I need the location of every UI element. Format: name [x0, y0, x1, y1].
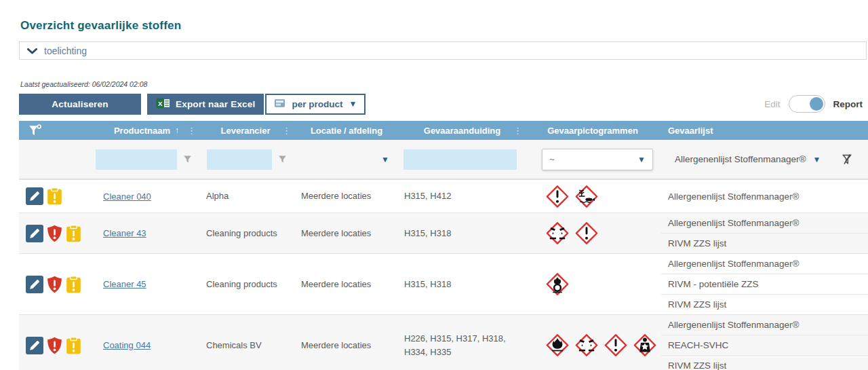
gevaarlijst-filter-value[interactable]: Allergenenlijst Stoffenmanager®	[675, 154, 806, 164]
pictograms-cell	[524, 254, 661, 314]
edit-label: Edit	[764, 99, 780, 109]
row-status-icons	[19, 213, 95, 253]
last-updated-text: Laatst geactualiseerd: 06/02/2024 02:08	[20, 80, 868, 88]
toggle-knob	[810, 97, 823, 111]
ghs-exclamation-icon	[603, 333, 629, 357]
location-cell: Meerdere locaties	[293, 254, 400, 314]
gevaarlijst-item: Allergenenlijst Stoffenmanager®	[661, 315, 868, 335]
ghs-environment-icon	[574, 185, 599, 208]
column-label-productnaam: Productnaam	[114, 126, 170, 136]
row-status-icons	[19, 254, 95, 314]
column-header-gevaarpictogrammen[interactable]: Gevaarpictogrammen	[524, 121, 661, 140]
edit-pencil-icon[interactable]	[26, 225, 43, 242]
column-header-gevaarlijst[interactable]: Gevaarlijst	[661, 121, 868, 140]
chevron-down-icon	[27, 45, 37, 56]
clear-filter-icon[interactable]	[840, 153, 853, 165]
clipboard-warning-icon[interactable]	[66, 225, 81, 242]
gevaarlijst-item: RIVM ZZS lijst	[661, 355, 868, 370]
locatie-filter-dropdown[interactable]: ▼	[293, 140, 400, 179]
chevron-down-icon: ▼	[637, 155, 646, 164]
pictogram-filter-value: ~	[549, 154, 555, 164]
table-body: Cleaner 040AlphaMeerdere locatiesH315, H…	[19, 179, 868, 370]
filter-funnel-icon[interactable]	[278, 155, 287, 164]
product-link[interactable]: Cleaner 43	[103, 228, 146, 238]
location-cell: Meerdere locaties	[293, 180, 400, 212]
pictogram-filter-cell: ~ ▼	[524, 140, 661, 179]
column-label-leverancier: Leverancier	[221, 126, 271, 136]
hazard-lists-cell: Allergenenlijst Stoffenmanager®	[661, 180, 868, 212]
hazardous-substances-overview: Overzicht gevaarlijke stoffen toelichtin…	[0, 0, 868, 370]
column-menu-icon[interactable]: ⋮	[187, 126, 196, 136]
toelichting-toggle[interactable]: toelichting	[19, 41, 867, 60]
column-header-leverancier[interactable]: Leverancier ⋮	[198, 121, 293, 140]
report-type-icon	[274, 98, 285, 110]
hazard-codes-cell: H315, H412	[400, 180, 524, 212]
ghs-oxidising-icon	[545, 272, 570, 296]
row-status-icons	[19, 180, 95, 212]
risk-warning-shield-icon[interactable]	[47, 337, 62, 354]
location-cell: Meerdere locaties	[293, 213, 400, 253]
export-excel-button[interactable]: X Export naar Excel	[147, 94, 264, 115]
filter-row: ▼ ~ ▼ Allergenenlijst Stoffenmanager® ▼	[19, 140, 868, 179]
export-excel-label: Export naar Excel	[176, 99, 255, 109]
hazard-lists-cell: Allergenenlijst Stoffenmanager®RIVM - po…	[661, 254, 868, 314]
ghs-corrosion-icon	[545, 221, 570, 245]
gevaarlijst-item: Allergenenlijst Stoffenmanager®	[661, 254, 868, 274]
column-header-productnaam[interactable]: Productnaam ↑ ⋮	[95, 121, 198, 140]
supplier-cell: Chemicals BV	[198, 315, 293, 370]
clipboard-warning-icon[interactable]	[47, 187, 62, 205]
gevaarlijst-filter-cell: Allergenenlijst Stoffenmanager® ▼	[661, 140, 868, 179]
chevron-down-icon: ▼	[349, 100, 357, 108]
substances-table: Productnaam ↑ ⋮ Leverancier ⋮ Locatie / …	[19, 121, 868, 370]
clipboard-warning-icon[interactable]	[66, 276, 81, 293]
product-link[interactable]: Cleaner 040	[103, 191, 151, 202]
column-header-gevaaraanduiding[interactable]: Gevaaraanduiding ⋮	[400, 121, 524, 140]
location-cell: Meerdere locaties	[293, 315, 400, 370]
leverancier-filter-cell	[198, 140, 293, 179]
pictograms-cell	[524, 180, 661, 212]
ghs-flammable-icon	[545, 333, 570, 357]
excel-icon: X	[156, 97, 170, 111]
gevaaraanduiding-filter-input[interactable]	[403, 149, 517, 170]
column-menu-icon[interactable]: ⋮	[513, 126, 522, 136]
gevaarlijst-item: RIVM - potentiële ZZS	[661, 274, 868, 294]
table-row: Cleaner 45Cleaning productsMeerdere loca…	[19, 253, 868, 314]
supplier-cell: Alpha	[198, 180, 293, 212]
hazard-lists-cell: Allergenenlijst Stoffenmanager®RIVM ZZS …	[661, 213, 868, 253]
chevron-down-icon[interactable]: ▼	[813, 155, 821, 164]
productnaam-filter-cell	[95, 140, 198, 179]
leverancier-filter-input[interactable]	[207, 149, 272, 170]
pictogram-filter-dropdown[interactable]: ~ ▼	[542, 149, 653, 170]
gevaarlijst-item: RIVM ZZS lijst	[661, 294, 868, 314]
ghs-corrosion-icon	[574, 333, 599, 357]
column-label-gevaarpictogrammen: Gevaarpictogrammen	[547, 126, 638, 136]
table-header-row: Productnaam ↑ ⋮ Leverancier ⋮ Locatie / …	[19, 121, 868, 140]
actualiseren-button[interactable]: Actualiseren	[19, 94, 141, 115]
gevaaraanduiding-filter-cell	[400, 140, 524, 179]
hazard-codes-cell: H226, H315, H317, H318, H334, H335	[400, 315, 524, 370]
supplier-cell: Cleaning products	[198, 213, 293, 253]
ghs-health-hazard-icon	[632, 333, 658, 357]
risk-warning-shield-icon[interactable]	[47, 225, 62, 242]
column-menu-icon[interactable]: ⋮	[282, 126, 291, 136]
column-header-locatie[interactable]: Locatie / afdeling	[293, 121, 400, 140]
filter-settings-icon[interactable]	[19, 121, 95, 140]
gevaarlijst-item: Allergenenlijst Stoffenmanager®	[661, 213, 868, 233]
table-row: Cleaner 43Cleaning productsMeerdere loca…	[19, 212, 868, 253]
product-link[interactable]: Coating 044	[103, 340, 151, 350]
column-label-gevaaraanduiding: Gevaaraanduiding	[424, 126, 500, 136]
clipboard-warning-icon[interactable]	[66, 337, 81, 354]
per-product-dropdown[interactable]: per product ▼	[265, 94, 366, 115]
edit-report-toggle[interactable]	[789, 95, 825, 113]
chevron-down-icon: ▼	[381, 155, 389, 164]
edit-pencil-icon[interactable]	[26, 337, 43, 354]
productnaam-filter-input[interactable]	[96, 149, 177, 170]
edit-pencil-icon[interactable]	[26, 187, 43, 205]
filter-funnel-icon[interactable]	[183, 155, 192, 164]
edit-pencil-icon[interactable]	[26, 276, 43, 293]
sort-ascending-icon: ↑	[175, 126, 179, 135]
product-link[interactable]: Cleaner 45	[103, 279, 146, 289]
pictograms-cell	[524, 213, 661, 253]
risk-warning-shield-icon[interactable]	[47, 276, 62, 293]
ghs-exclamation-icon	[545, 185, 570, 208]
